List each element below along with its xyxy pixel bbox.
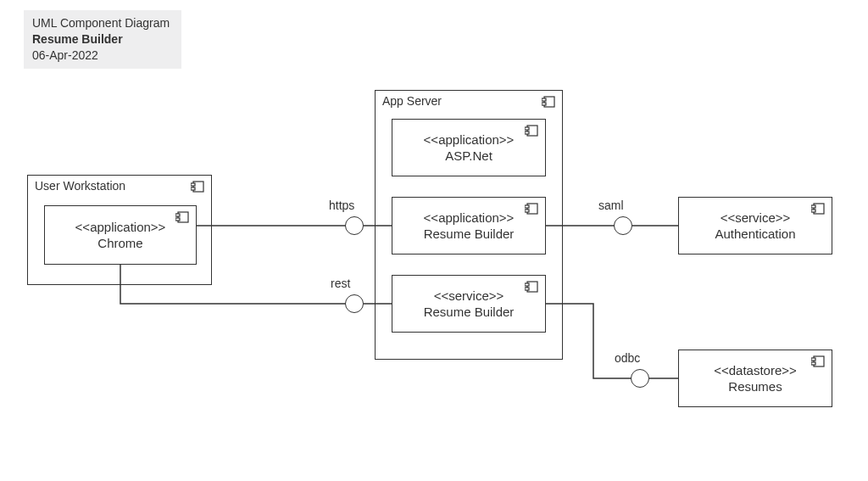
svg-rect-11: [525, 131, 529, 134]
component-chrome: <<application>> Chrome: [44, 205, 197, 265]
svg-rect-4: [175, 214, 180, 216]
stereotype: <<datastore>>: [714, 362, 797, 379]
stereotype: <<application>>: [75, 219, 166, 236]
component-name: Resume Builder: [424, 226, 515, 243]
svg-rect-13: [525, 205, 529, 208]
container-title: User Workstation: [35, 179, 125, 193]
svg-rect-23: [811, 362, 815, 365]
stereotype: <<service>>: [434, 288, 504, 305]
component-icon: [191, 181, 204, 193]
port-rest: [345, 294, 364, 313]
svg-rect-17: [525, 288, 529, 290]
component-resume-builder-app: <<application>> Resume Builder: [392, 197, 546, 254]
port-label-rest: rest: [331, 277, 350, 290]
component-icon: [811, 355, 825, 367]
svg-rect-22: [811, 358, 815, 361]
component-icon: [525, 203, 538, 215]
title-type: UML Component Diagram: [32, 15, 170, 31]
component-icon: [525, 281, 538, 293]
svg-rect-1: [191, 183, 195, 186]
svg-rect-2: [191, 187, 195, 190]
component-authentication: <<service>> Authentication: [678, 197, 832, 254]
port-label-saml: saml: [598, 199, 624, 212]
port-https: [345, 216, 364, 235]
diagram-title-box: UML Component Diagram Resume Builder 06-…: [24, 10, 181, 69]
svg-rect-19: [811, 205, 815, 208]
component-name: Resume Builder: [424, 304, 515, 321]
svg-rect-14: [525, 210, 529, 212]
container-title: App Server: [382, 94, 442, 108]
component-name: Authentication: [715, 226, 795, 243]
stereotype: <<application>>: [424, 131, 515, 148]
svg-rect-16: [525, 283, 529, 286]
component-name: ASP.Net: [445, 148, 492, 165]
title-name: Resume Builder: [32, 31, 170, 48]
component-icon: [811, 203, 825, 215]
port-label-https: https: [329, 199, 354, 212]
stereotype: <<application>>: [424, 210, 515, 227]
title-date: 06-Apr-2022: [32, 48, 170, 64]
port-odbc: [631, 369, 649, 388]
svg-rect-7: [542, 98, 546, 101]
port-label-odbc: odbc: [615, 351, 640, 365]
component-name: Chrome: [97, 235, 142, 252]
component-resume-builder-service: <<service>> Resume Builder: [392, 275, 546, 333]
component-aspnet: <<application>> ASP.Net: [392, 119, 546, 176]
component-resumes: <<datastore>> Resumes: [678, 350, 832, 407]
component-icon: [175, 211, 189, 223]
component-icon: [542, 96, 555, 108]
component-icon: [525, 125, 538, 137]
stereotype: <<service>>: [721, 210, 791, 227]
svg-rect-20: [811, 210, 815, 212]
svg-rect-8: [542, 103, 546, 105]
component-name: Resumes: [728, 378, 782, 395]
svg-rect-5: [175, 218, 180, 221]
port-saml: [614, 216, 632, 235]
svg-rect-10: [525, 127, 529, 130]
